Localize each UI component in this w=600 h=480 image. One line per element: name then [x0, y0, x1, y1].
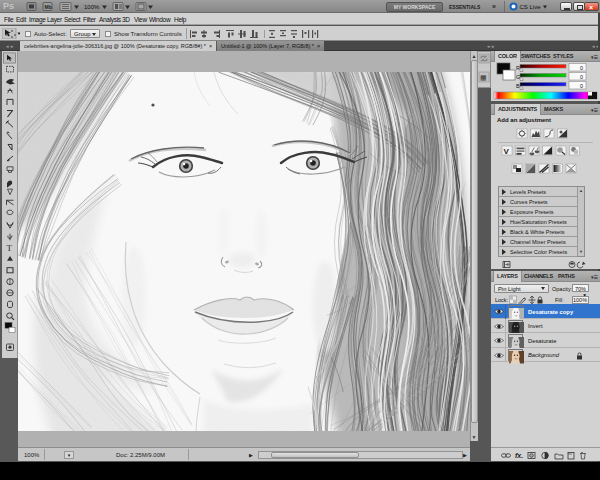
svg-text:0: 0 — [580, 65, 583, 71]
svg-text:Mb: Mb — [45, 4, 52, 10]
svg-text:fx.: fx. — [515, 452, 523, 459]
svg-text:B: B — [516, 83, 520, 89]
svg-text:CS Live: CS Live — [520, 4, 542, 10]
svg-text:T: T — [7, 243, 13, 253]
svg-text:G: G — [516, 74, 520, 80]
svg-text:V: V — [504, 147, 510, 156]
svg-text:0: 0 — [580, 83, 583, 89]
svg-text:R: R — [516, 65, 520, 71]
svg-text:100%: 100% — [84, 4, 100, 10]
svg-text:0: 0 — [580, 74, 583, 80]
svg-text:▦: ▦ — [480, 74, 487, 81]
